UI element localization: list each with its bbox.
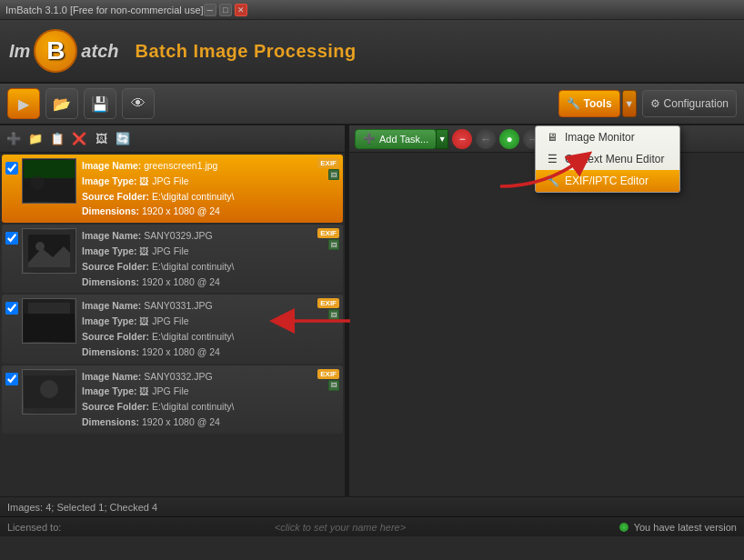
- logo: Im B atch: [9, 29, 118, 73]
- version-text: You have latest version: [634, 522, 737, 533]
- gear-icon: ⚙: [650, 97, 660, 110]
- item-badges-4: EXIF 🖼: [317, 369, 339, 391]
- item-thumbnail-2: [22, 228, 76, 274]
- item-checkbox-3[interactable]: [5, 302, 18, 315]
- open-folder-button[interactable]: 📂: [45, 88, 78, 119]
- status-dot: [619, 523, 628, 532]
- item-checkbox-2[interactable]: [5, 232, 18, 245]
- task-run-button[interactable]: ●: [499, 129, 519, 149]
- title-bar: ImBatch 3.1.0 [Free for non-commercial u…: [0, 0, 744, 20]
- add-task-label: Add Task...: [379, 134, 428, 145]
- exif-badge: EXIF: [317, 298, 339, 308]
- dropdown-context-menu-editor[interactable]: ☰ Context Menu Editor: [536, 148, 679, 170]
- tools-config-area: 🔧 Tools ▼ ⚙ Configuration: [558, 90, 738, 117]
- image-list[interactable]: Image Name: greenscreen1.jpg Image Type:…: [0, 153, 345, 496]
- image-view-button[interactable]: 🖼: [91, 129, 111, 149]
- monitor-icon: 🖥: [545, 131, 559, 144]
- config-button[interactable]: ⚙ Configuration: [642, 90, 737, 117]
- item-thumbnail-4: [22, 369, 76, 415]
- img-badge: 🖼: [328, 239, 339, 250]
- item-thumbnail-1: [22, 158, 76, 204]
- image-item[interactable]: Image Name: SANY0329.JPG Image Type: 🖼 J…: [2, 225, 343, 293]
- add-image-button[interactable]: ➕: [4, 129, 24, 149]
- toolbar: ▶ 📂 💾 👁 🔧 Tools ▼ ⚙ Configuration 🖥 Imag…: [0, 84, 744, 125]
- config-label: Configuration: [664, 97, 729, 110]
- exif-badge: EXIF: [317, 228, 339, 238]
- add-folder-button[interactable]: 📁: [25, 129, 45, 149]
- item-badges-2: EXIF 🖼: [317, 228, 339, 250]
- status-text: Images: 4; Selected 1; Checked 4: [7, 502, 157, 513]
- header: Im B atch Batch Image Processing: [0, 20, 744, 84]
- left-panel: ➕ 📁 📋 ❌ 🖼 🔄 Ima: [0, 125, 346, 496]
- plus-icon: ➕: [363, 133, 376, 145]
- dropdown-image-monitor-label: Image Monitor: [565, 131, 635, 144]
- exif-badge: EXIF: [317, 369, 339, 379]
- tools-icon: 🔧: [567, 97, 580, 110]
- refresh-button[interactable]: 🔄: [113, 129, 133, 149]
- tools-button[interactable]: 🔧 Tools: [558, 90, 620, 117]
- exif-badge: EXIF: [317, 158, 339, 168]
- header-title: Batch Image Processing: [135, 41, 356, 62]
- close-button[interactable]: ✕: [235, 4, 247, 16]
- logo-im: Im: [9, 41, 30, 62]
- item-thumbnail-3: [22, 298, 76, 344]
- item-badges-3: EXIF 🖼: [317, 298, 339, 320]
- task-content: [349, 153, 744, 496]
- item-checkbox-1[interactable]: [5, 162, 18, 175]
- eye-button[interactable]: 👁: [122, 88, 155, 119]
- logo-atch: atch: [81, 41, 118, 62]
- dropdown-exif-iptc-editor[interactable]: 🔧 EXIF/IPTC Editor: [536, 170, 679, 192]
- task-remove-button[interactable]: −: [452, 129, 472, 149]
- exif-icon: 🔧: [545, 175, 559, 187]
- tools-dropdown: 🖥 Image Monitor ☰ Context Menu Editor 🔧 …: [535, 125, 680, 193]
- add-task-button[interactable]: ➕ Add Task...: [355, 129, 437, 149]
- img-badge: 🖼: [328, 309, 339, 320]
- license-bar: Licensed to: <click to set your name her…: [0, 516, 744, 536]
- context-icon: ☰: [545, 153, 559, 165]
- add-task-dropdown[interactable]: ▼: [436, 129, 448, 149]
- status-right: You have latest version: [619, 522, 737, 533]
- save-button[interactable]: 💾: [84, 88, 116, 119]
- dropdown-context-menu-label: Context Menu Editor: [565, 153, 664, 165]
- title-bar-text: ImBatch 3.1.0 [Free for non-commercial u…: [5, 5, 204, 15]
- svg-rect-1: [24, 160, 75, 178]
- svg-rect-10: [28, 303, 70, 314]
- delete-button[interactable]: ❌: [69, 129, 89, 149]
- item-info-2: Image Name: SANY0329.JPG Image Type: 🖼 J…: [82, 228, 339, 289]
- item-badges-1: EXIF 🖼: [317, 158, 339, 180]
- status-bar: Images: 4; Selected 1; Checked 4: [0, 496, 744, 516]
- logo-b: B: [34, 29, 77, 73]
- copy-button[interactable]: 📋: [47, 129, 67, 149]
- image-item[interactable]: Image Name: SANY0331.JPG Image Type: 🖼 J…: [2, 295, 343, 363]
- maximize-button[interactable]: □: [219, 4, 232, 16]
- dropdown-image-monitor[interactable]: 🖥 Image Monitor: [536, 126, 679, 148]
- task-prev-button[interactable]: ←: [476, 129, 496, 149]
- tools-dropdown-arrow[interactable]: ▼: [622, 90, 637, 117]
- minimize-button[interactable]: ─: [204, 4, 216, 16]
- play-button[interactable]: ▶: [7, 88, 40, 119]
- image-toolbar: ➕ 📁 📋 ❌ 🖼 🔄: [0, 125, 345, 153]
- item-info-1: Image Name: greenscreen1.jpg Image Type:…: [82, 158, 339, 219]
- svg-rect-9: [24, 314, 75, 342]
- img-badge: 🖼: [328, 380, 339, 391]
- svg-point-13: [40, 380, 58, 398]
- item-info-3: Image Name: SANY0331.JPG Image Type: 🖼 J…: [82, 298, 339, 359]
- dropdown-exif-label: EXIF/IPTC Editor: [565, 175, 648, 187]
- license-label: Licensed to:: [7, 522, 61, 533]
- image-item[interactable]: Image Name: greenscreen1.jpg Image Type:…: [2, 155, 343, 223]
- svg-point-3: [30, 175, 45, 190]
- license-name[interactable]: <click to set your name here>: [68, 522, 611, 533]
- img-badge: 🖼: [328, 169, 339, 180]
- title-bar-controls: ─ □ ✕: [204, 4, 247, 16]
- item-info-4: Image Name: SANY0332.JPG Image Type: 🖼 J…: [82, 369, 339, 430]
- image-item[interactable]: Image Name: SANY0332.JPG Image Type: 🖼 J…: [2, 365, 343, 434]
- item-checkbox-4[interactable]: [5, 373, 18, 385]
- tools-label: Tools: [584, 97, 612, 110]
